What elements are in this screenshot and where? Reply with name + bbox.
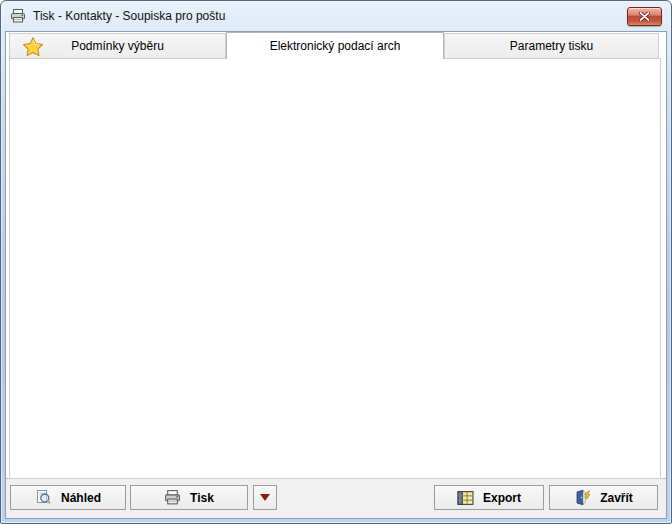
printer-icon bbox=[164, 489, 181, 506]
print-options-dropdown-button[interactable] bbox=[253, 485, 277, 510]
tab-label: Parametry tisku bbox=[510, 39, 593, 53]
printer-icon bbox=[10, 8, 26, 24]
print-preview-icon bbox=[35, 489, 52, 506]
preview-button-label: Náhled bbox=[61, 491, 101, 505]
star-icon bbox=[22, 36, 44, 58]
tab-label: Elektronický podací arch bbox=[270, 39, 401, 53]
dialog-window: Tisk - Kontakty - Soupiska pro poštu Pod… bbox=[0, 0, 672, 524]
close-dialog-button-label: Zavřít bbox=[600, 491, 633, 505]
spreadsheet-icon bbox=[457, 490, 474, 506]
close-icon bbox=[639, 12, 650, 21]
dialog-body: Podmínky výběru Elektronický podací arch… bbox=[5, 31, 667, 519]
exit-door-icon bbox=[574, 489, 591, 506]
titlebar[interactable]: Tisk - Kontakty - Soupiska pro poštu bbox=[1, 1, 671, 31]
close-window-button[interactable] bbox=[627, 7, 662, 26]
tab-parametry-tisku[interactable]: Parametry tisku bbox=[444, 33, 659, 58]
tab-label: Podmínky výběru bbox=[71, 39, 164, 53]
chevron-down-icon bbox=[260, 494, 270, 501]
preview-button[interactable]: Náhled bbox=[10, 485, 126, 510]
export-button[interactable]: Export bbox=[434, 485, 544, 510]
close-dialog-button[interactable]: Zavřít bbox=[549, 485, 658, 510]
tab-elektronicky-podaci-arch[interactable]: Elektronický podací arch bbox=[226, 32, 444, 59]
tab-podminky-vyberu[interactable]: Podmínky výběru bbox=[9, 33, 226, 58]
print-button-label: Tisk bbox=[190, 491, 214, 505]
tab-page-elektronicky-podaci-arch bbox=[9, 58, 661, 479]
footer-bar: Náhled Tisk bbox=[6, 478, 666, 518]
print-button[interactable]: Tisk bbox=[130, 485, 248, 510]
window-title: Tisk - Kontakty - Soupiska pro poštu bbox=[33, 9, 225, 23]
export-button-label: Export bbox=[483, 491, 521, 505]
